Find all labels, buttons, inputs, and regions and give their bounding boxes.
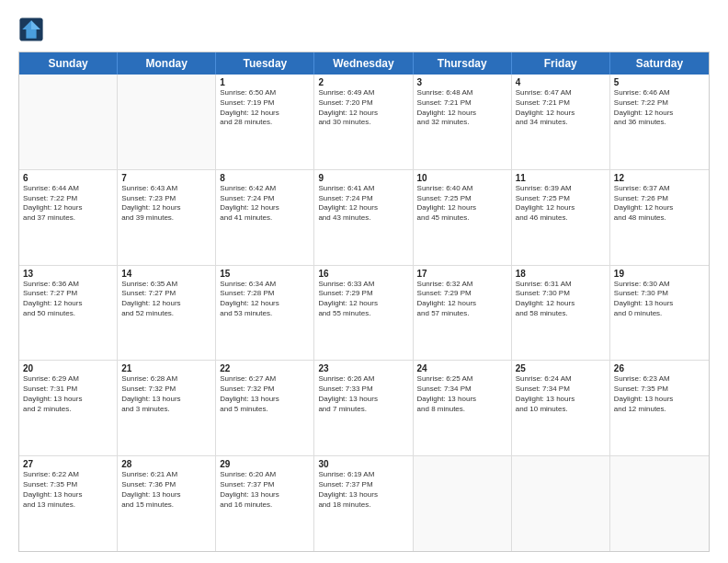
day-number: 26	[614, 363, 705, 373]
day-number: 22	[220, 363, 310, 373]
page: SundayMondayTuesdayWednesdayThursdayFrid…	[0, 0, 728, 563]
day-number: 7	[121, 173, 211, 183]
cell-info: Sunrise: 6:28 AM Sunset: 7:32 PM Dayligh…	[121, 374, 211, 414]
calendar-cell: 9Sunrise: 6:41 AM Sunset: 7:24 PM Daylig…	[314, 170, 413, 265]
day-number: 20	[23, 363, 113, 373]
calendar-cell: 13Sunrise: 6:36 AM Sunset: 7:27 PM Dayli…	[19, 266, 118, 361]
calendar-row-0: 1Sunrise: 6:50 AM Sunset: 7:19 PM Daylig…	[19, 75, 709, 170]
day-number: 21	[121, 363, 211, 373]
calendar-row-4: 27Sunrise: 6:22 AM Sunset: 7:35 PM Dayli…	[19, 456, 709, 551]
day-number: 25	[516, 363, 606, 373]
cell-info: Sunrise: 6:36 AM Sunset: 7:27 PM Dayligh…	[23, 280, 113, 319]
calendar-cell: 15Sunrise: 6:34 AM Sunset: 7:28 PM Dayli…	[216, 266, 314, 361]
header-day-saturday: Saturday	[610, 52, 709, 75]
calendar-cell: 12Sunrise: 6:37 AM Sunset: 7:26 PM Dayli…	[610, 170, 709, 265]
calendar-cell	[512, 456, 610, 551]
day-number: 1	[220, 77, 310, 87]
calendar-cell	[19, 75, 118, 169]
day-number: 8	[220, 173, 310, 183]
cell-info: Sunrise: 6:31 AM Sunset: 7:30 PM Dayligh…	[516, 280, 606, 319]
day-number: 18	[516, 269, 606, 279]
calendar-cell: 7Sunrise: 6:43 AM Sunset: 7:23 PM Daylig…	[118, 170, 216, 265]
cell-info: Sunrise: 6:25 AM Sunset: 7:34 PM Dayligh…	[417, 374, 507, 414]
calendar-cell: 23Sunrise: 6:26 AM Sunset: 7:33 PM Dayli…	[314, 361, 413, 455]
calendar-cell	[610, 456, 709, 551]
header-day-monday: Monday	[118, 52, 216, 75]
calendar-cell: 30Sunrise: 6:19 AM Sunset: 7:37 PM Dayli…	[314, 456, 413, 551]
cell-info: Sunrise: 6:40 AM Sunset: 7:25 PM Dayligh…	[417, 184, 507, 224]
day-number: 19	[614, 269, 705, 279]
cell-info: Sunrise: 6:35 AM Sunset: 7:27 PM Dayligh…	[121, 280, 211, 319]
calendar-cell: 18Sunrise: 6:31 AM Sunset: 7:30 PM Dayli…	[512, 266, 610, 361]
calendar-cell: 19Sunrise: 6:30 AM Sunset: 7:30 PM Dayli…	[610, 266, 709, 361]
day-number: 4	[516, 77, 606, 87]
day-number: 14	[121, 269, 211, 279]
cell-info: Sunrise: 6:43 AM Sunset: 7:23 PM Dayligh…	[121, 184, 211, 224]
cell-info: Sunrise: 6:19 AM Sunset: 7:37 PM Dayligh…	[318, 470, 408, 510]
cell-info: Sunrise: 6:42 AM Sunset: 7:24 PM Dayligh…	[220, 184, 310, 224]
cell-info: Sunrise: 6:48 AM Sunset: 7:21 PM Dayligh…	[417, 88, 507, 128]
cell-info: Sunrise: 6:30 AM Sunset: 7:30 PM Dayligh…	[614, 280, 705, 319]
cell-info: Sunrise: 6:22 AM Sunset: 7:35 PM Dayligh…	[23, 470, 113, 510]
calendar-cell: 21Sunrise: 6:28 AM Sunset: 7:32 PM Dayli…	[118, 361, 216, 455]
header-day-thursday: Thursday	[414, 52, 512, 75]
day-number: 15	[220, 269, 310, 279]
cell-info: Sunrise: 6:23 AM Sunset: 7:35 PM Dayligh…	[614, 374, 705, 414]
cell-info: Sunrise: 6:24 AM Sunset: 7:34 PM Dayligh…	[516, 374, 606, 414]
calendar-row-2: 13Sunrise: 6:36 AM Sunset: 7:27 PM Dayli…	[19, 266, 709, 362]
calendar-cell: 17Sunrise: 6:32 AM Sunset: 7:29 PM Dayli…	[414, 266, 512, 361]
cell-info: Sunrise: 6:46 AM Sunset: 7:22 PM Dayligh…	[614, 88, 705, 128]
cell-info: Sunrise: 6:47 AM Sunset: 7:21 PM Dayligh…	[516, 88, 606, 128]
day-number: 29	[220, 459, 310, 469]
calendar-cell: 14Sunrise: 6:35 AM Sunset: 7:27 PM Dayli…	[118, 266, 216, 361]
logo	[18, 17, 48, 42]
cell-info: Sunrise: 6:29 AM Sunset: 7:31 PM Dayligh…	[23, 374, 113, 414]
calendar-cell: 10Sunrise: 6:40 AM Sunset: 7:25 PM Dayli…	[414, 170, 512, 265]
day-number: 23	[318, 363, 408, 373]
cell-info: Sunrise: 6:21 AM Sunset: 7:36 PM Dayligh…	[121, 470, 211, 510]
cell-info: Sunrise: 6:50 AM Sunset: 7:19 PM Dayligh…	[220, 88, 310, 128]
calendar-cell: 16Sunrise: 6:33 AM Sunset: 7:29 PM Dayli…	[314, 266, 413, 361]
cell-info: Sunrise: 6:26 AM Sunset: 7:33 PM Dayligh…	[318, 374, 408, 414]
day-number: 10	[417, 173, 507, 183]
calendar-row-3: 20Sunrise: 6:29 AM Sunset: 7:31 PM Dayli…	[19, 361, 709, 456]
calendar-cell: 22Sunrise: 6:27 AM Sunset: 7:32 PM Dayli…	[216, 361, 314, 455]
header-day-tuesday: Tuesday	[216, 52, 314, 75]
calendar-cell: 4Sunrise: 6:47 AM Sunset: 7:21 PM Daylig…	[512, 75, 610, 169]
cell-info: Sunrise: 6:39 AM Sunset: 7:25 PM Dayligh…	[516, 184, 606, 224]
calendar-cell: 3Sunrise: 6:48 AM Sunset: 7:21 PM Daylig…	[414, 75, 512, 169]
logo-icon	[18, 17, 44, 42]
calendar-cell: 29Sunrise: 6:20 AM Sunset: 7:37 PM Dayli…	[216, 456, 314, 551]
calendar-body: 1Sunrise: 6:50 AM Sunset: 7:19 PM Daylig…	[19, 75, 709, 551]
day-number: 28	[121, 459, 211, 469]
calendar-cell: 2Sunrise: 6:49 AM Sunset: 7:20 PM Daylig…	[314, 75, 413, 169]
header-day-wednesday: Wednesday	[314, 52, 413, 75]
calendar-cell: 5Sunrise: 6:46 AM Sunset: 7:22 PM Daylig…	[610, 75, 709, 169]
day-number: 16	[318, 269, 408, 279]
day-number: 27	[23, 459, 113, 469]
cell-info: Sunrise: 6:34 AM Sunset: 7:28 PM Dayligh…	[220, 280, 310, 319]
cell-info: Sunrise: 6:44 AM Sunset: 7:22 PM Dayligh…	[23, 184, 113, 224]
calendar-cell	[414, 456, 512, 551]
day-number: 17	[417, 269, 507, 279]
cell-info: Sunrise: 6:33 AM Sunset: 7:29 PM Dayligh…	[318, 280, 408, 319]
day-number: 5	[614, 77, 705, 87]
calendar-row-1: 6Sunrise: 6:44 AM Sunset: 7:22 PM Daylig…	[19, 170, 709, 266]
day-number: 3	[417, 77, 507, 87]
calendar-cell: 1Sunrise: 6:50 AM Sunset: 7:19 PM Daylig…	[216, 75, 314, 169]
cell-info: Sunrise: 6:37 AM Sunset: 7:26 PM Dayligh…	[614, 184, 705, 224]
day-number: 6	[23, 173, 113, 183]
day-number: 30	[318, 459, 408, 469]
cell-info: Sunrise: 6:20 AM Sunset: 7:37 PM Dayligh…	[220, 470, 310, 510]
calendar-cell: 20Sunrise: 6:29 AM Sunset: 7:31 PM Dayli…	[19, 361, 118, 455]
calendar-cell: 25Sunrise: 6:24 AM Sunset: 7:34 PM Dayli…	[512, 361, 610, 455]
calendar-cell: 6Sunrise: 6:44 AM Sunset: 7:22 PM Daylig…	[19, 170, 118, 265]
day-number: 24	[417, 363, 507, 373]
calendar-cell: 8Sunrise: 6:42 AM Sunset: 7:24 PM Daylig…	[216, 170, 314, 265]
calendar-cell	[118, 75, 216, 169]
calendar-cell: 11Sunrise: 6:39 AM Sunset: 7:25 PM Dayli…	[512, 170, 610, 265]
cell-info: Sunrise: 6:32 AM Sunset: 7:29 PM Dayligh…	[417, 280, 507, 319]
calendar-header: SundayMondayTuesdayWednesdayThursdayFrid…	[19, 52, 709, 75]
day-number: 11	[516, 173, 606, 183]
cell-info: Sunrise: 6:41 AM Sunset: 7:24 PM Dayligh…	[318, 184, 408, 224]
